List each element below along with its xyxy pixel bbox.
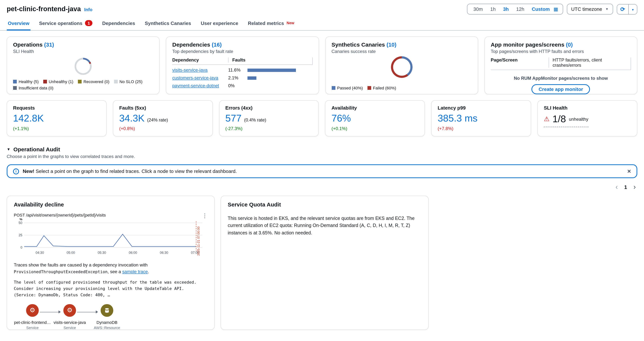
close-icon[interactable]: ×: [627, 168, 631, 174]
dependencies-table: Dependency Faults visits-service-java 11…: [172, 58, 313, 88]
metric-value-link[interactable]: 76%: [332, 112, 351, 124]
service-node-circle: ⚙: [63, 304, 76, 316]
trace-summary-text: Traces show the faults are caused by a d…: [14, 262, 208, 275]
metrics-row: Requests 142.8K (+1.1%) Faults (5xx) 34.…: [0, 100, 644, 136]
canaries-success-donut-chart[interactable]: [391, 56, 412, 78]
svg-text:05:30: 05:30: [98, 251, 106, 254]
sli-health-donut-chart[interactable]: [74, 58, 92, 75]
refresh-icon: ⟳: [620, 6, 625, 12]
svg-text:2025-11-21 07:00:00: 2025-11-21 07:00:00: [197, 226, 200, 256]
time-range-3h-button[interactable]: 3h: [500, 5, 512, 13]
card-title: Service Quota Audit: [228, 201, 422, 208]
metric-label: Latency p99: [438, 105, 525, 111]
node-type: Service: [26, 326, 39, 330]
legend-item: Insufficient data (0): [13, 86, 54, 90]
metric-card-requests: Requests 142.8K (+1.1%): [7, 100, 106, 136]
fault-rate-value: 0%: [228, 83, 248, 88]
metric-value-link[interactable]: 142.8K: [13, 112, 44, 124]
application-signals-page: pet-clinic-frontend-java Info 30m 1h 3h …: [0, 0, 644, 341]
timezone-label: UTC timezone: [571, 6, 602, 12]
page-number[interactable]: 1: [624, 184, 627, 190]
time-range-30m-button[interactable]: 30m: [470, 5, 486, 13]
tab-label: Overview: [8, 20, 30, 26]
time-range-12h-button[interactable]: 12h: [512, 5, 528, 13]
tab-synthetics-canaries[interactable]: Synthetics Canaries: [140, 17, 196, 30]
operations-count-link[interactable]: (31): [44, 41, 54, 48]
tab-bar: Overview Service operations1 Dependencie…: [0, 17, 644, 30]
column-page-screen[interactable]: Page/Screen: [491, 58, 548, 68]
tab-label: Service operations: [39, 20, 82, 26]
card-title: Synthetics Canaries (10): [332, 41, 472, 48]
create-app-monitor-button[interactable]: Create app monitor: [532, 84, 590, 94]
card-subtitle: Canaries success rate: [332, 49, 472, 54]
trace-text: , see a: [108, 269, 122, 274]
fault-rate-value: 11.6%: [228, 68, 248, 73]
canaries-count-link[interactable]: (10): [386, 41, 396, 48]
kebab-menu-icon[interactable]: ⋮: [202, 213, 208, 218]
next-page-icon[interactable]: ›: [634, 183, 636, 190]
availability-decline-card: Availability decline POST /api/visit/own…: [7, 196, 215, 330]
metric-delta: (+7.8%): [438, 126, 525, 131]
dependencies-count-link[interactable]: (16): [212, 41, 222, 48]
resource-node-dynamodb[interactable]: DynamoDB AWS::Resource: [88, 304, 126, 335]
page-title: pet-clinic-frontend-java: [7, 5, 81, 13]
legend-swatch: [13, 86, 17, 90]
node-label: visits-service-java: [54, 320, 86, 324]
legend-swatch: [43, 80, 47, 84]
tab-service-operations[interactable]: Service operations1: [34, 17, 98, 30]
metric-card-latency-p99: Latency p99 385.3 ms (+7.8%): [432, 100, 531, 136]
availability-line-chart[interactable]: 02550%04:3005:0005:3006:0006:3007:002025…: [14, 218, 208, 256]
dependency-link[interactable]: payment-service-dotnet: [172, 83, 228, 88]
edge-arrow: [77, 310, 98, 314]
edge-arrow: [40, 310, 61, 314]
tab-dependencies[interactable]: Dependencies: [98, 17, 140, 30]
synthetics-canaries-card: Synthetics Canaries (10) Canaries succes…: [325, 36, 478, 94]
svg-text:06:30: 06:30: [160, 251, 168, 254]
empty-state-text: No RUM AppMonitor pages/screens to show: [491, 76, 631, 81]
column-dependency[interactable]: Dependency: [172, 58, 228, 62]
service-node-pet-clinic-frontend[interactable]: ⚙ pet-clinic-frontend… Service: [14, 304, 51, 335]
sli-health-popover-trigger[interactable]: ⚠ 1/8 unhealthy: [544, 113, 588, 127]
fault-rate-bar: [248, 76, 256, 80]
table-header-row: Page/Screen HTTP faults/errors, client c…: [491, 58, 631, 70]
sli-health-value: 1/8: [552, 113, 566, 125]
sample-trace-link[interactable]: sample trace: [122, 269, 148, 274]
chart-title: POST /api/visit/owners/{ownerId}/pets/{p…: [14, 213, 106, 217]
service-node-circle: ⚙: [26, 304, 39, 316]
metric-card-sli-health: SLI Health ⚠ 1/8 unhealthy: [538, 100, 637, 136]
column-faults[interactable]: Faults: [228, 58, 312, 62]
legend-swatch: [332, 86, 335, 90]
metric-value-link[interactable]: 385.3 ms: [438, 112, 478, 124]
info-link[interactable]: Info: [84, 7, 92, 12]
svg-text:05:00: 05:00: [67, 251, 75, 254]
calendar-icon[interactable]: ▦: [554, 6, 560, 12]
operations-card: Operations (31) SLI Health Healthy (5) U…: [7, 36, 160, 94]
time-range-custom-button[interactable]: Custom: [528, 5, 554, 13]
app-monitor-count-link[interactable]: (0): [566, 41, 573, 48]
node-type: AWS::Resource: [94, 326, 120, 330]
legend-swatch: [114, 80, 118, 84]
timezone-select[interactable]: UTC timezone ▼: [567, 4, 613, 14]
service-node-visits-service-java[interactable]: ⚙ visits-service-java Service: [51, 304, 88, 335]
dependency-link[interactable]: visits-service-java: [172, 68, 228, 73]
operational-audit-header[interactable]: ▼ Operational Audit: [7, 146, 637, 152]
dependency-link[interactable]: customers-service-java: [172, 75, 228, 80]
tab-related-metrics[interactable]: Related metricsNew: [243, 17, 299, 30]
card-subtitle: Top pages/screens with HTTP faults and e…: [491, 49, 631, 54]
refresh-button[interactable]: ⟳: [617, 4, 628, 14]
tab-label: Related metrics: [248, 20, 284, 26]
metric-value-link[interactable]: 577: [225, 112, 242, 124]
metric-value-link[interactable]: 34.3K: [119, 112, 144, 124]
fault-rate-value: 2.1%: [228, 75, 248, 80]
refresh-options-button[interactable]: ▼: [628, 4, 637, 14]
time-range-1h-button[interactable]: 1h: [486, 5, 500, 13]
exception-name: ProvisionedThroughputExceededException: [14, 270, 108, 274]
column-http-faults[interactable]: HTTP faults/errors, client crashes/error…: [548, 58, 631, 68]
node-label: DynamoDB: [96, 320, 118, 324]
section-subtitle: Choose a point in the graphs to view cor…: [7, 154, 637, 159]
card-subtitle: Top dependencies by fault rate: [172, 49, 313, 54]
previous-page-icon[interactable]: ‹: [616, 183, 618, 190]
legend-item: No SLO (25): [114, 80, 142, 84]
tab-user-experience[interactable]: User experience: [196, 17, 243, 30]
tab-overview[interactable]: Overview: [3, 17, 34, 30]
